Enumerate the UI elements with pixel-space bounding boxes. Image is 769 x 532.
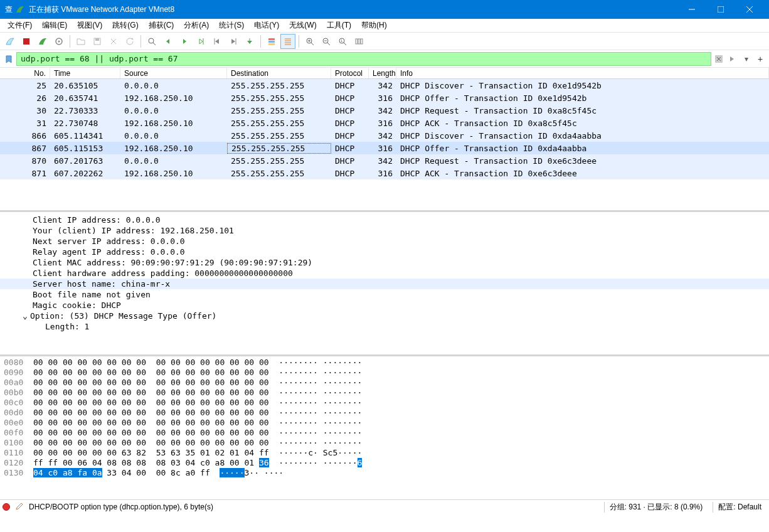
menu-无线[interactable]: 无线(W) [284,19,321,32]
svg-rect-35 [358,39,360,44]
table-row[interactable]: 871607.202262192.168.250.10255.255.255.2… [0,167,769,179]
svg-line-32 [344,43,346,45]
table-row[interactable]: 870607.2017630.0.0.0255.255.255.255DHCP3… [0,154,769,167]
svg-rect-8 [95,38,99,41]
filter-bookmark-button[interactable] [3,53,15,65]
col-no[interactable]: No. [0,68,50,78]
menu-电话[interactable]: 电话(Y) [249,19,284,32]
packet-bytes-pane[interactable]: 0080 00 00 00 00 00 00 00 00 00 00 00 00… [0,356,769,499]
zoom-in-button[interactable] [302,34,317,49]
close-button[interactable] [735,0,764,19]
minimize-button[interactable] [677,0,706,19]
menu-统计[interactable]: 统计(S) [214,19,249,32]
svg-line-12 [153,43,156,45]
col-len[interactable]: Length [369,68,396,78]
detail-line[interactable]: Length: 1 [0,321,769,332]
go-last-button[interactable] [226,34,241,49]
zoom-reset-button[interactable]: 1 [335,34,350,49]
table-row[interactable]: 2620.635741192.168.250.10255.255.255.255… [0,92,769,104]
filter-apply-button[interactable] [726,53,739,65]
shark-fin-icon [15,4,25,14]
detail-line[interactable]: Client hardware address padding: 0000000… [0,268,769,279]
hex-line[interactable]: 0080 00 00 00 00 00 00 00 00 00 00 00 00… [4,358,765,368]
zoom-out-button[interactable] [319,34,334,49]
reload-button[interactable] [122,34,137,49]
table-row[interactable]: 866605.1143410.0.0.0255.255.255.255DHCP3… [0,129,769,142]
hex-line[interactable]: 00f0 00 00 00 00 00 00 00 00 00 00 00 00… [4,428,765,438]
table-row[interactable]: 867605.115153192.168.250.10255.255.255.2… [0,142,769,154]
menu-编辑[interactable]: 编辑(E) [37,19,72,32]
filter-recent-button[interactable]: ▾ [740,53,753,65]
menubar: 文件(F)编辑(E)视图(V)跳转(G)捕获(C)分析(A)统计(S)电话(Y)… [0,19,769,33]
table-row[interactable]: 2520.6351050.0.0.0255.255.255.255DHCP342… [0,79,769,92]
col-time[interactable]: Time [50,68,120,78]
hex-line[interactable]: 0130 04 c0 a8 fa 0a 33 04 00 00 8c a0 ff… [4,468,765,478]
maximize-button[interactable] [706,0,735,19]
detail-line[interactable]: Your (client) IP address: 192.168.250.10… [0,225,769,236]
toolbar-sep [70,35,70,48]
open-file-button[interactable] [73,34,88,49]
hex-line[interactable]: 00d0 00 00 00 00 00 00 00 00 00 00 00 00… [4,408,765,418]
packet-details-pane[interactable]: Client IP address: 0.0.0.0Your (client) … [0,212,769,356]
svg-rect-18 [268,41,275,43]
titlebar: 查 正在捕获 VMware Network Adapter VMnet8 [0,0,769,19]
menu-捕获[interactable]: 捕获(C) [144,19,179,32]
close-file-button[interactable] [106,34,121,49]
status-profile[interactable]: 配置: Default [713,502,766,513]
hex-line[interactable]: 00e0 00 00 00 00 00 00 00 00 00 00 00 00… [4,418,765,428]
col-dest[interactable]: Destination [227,68,331,78]
find-packet-button[interactable] [144,34,159,49]
save-file-button[interactable] [90,34,105,49]
go-back-button[interactable] [161,34,176,49]
svg-point-6 [58,40,60,42]
detail-line[interactable]: Magic cookie: DHCP [0,300,769,311]
detail-line[interactable]: Next server IP address: 0.0.0.0 [0,236,769,247]
menu-帮助[interactable]: 帮助(H) [356,19,392,32]
table-row[interactable]: 3022.7303330.0.0.0255.255.255.255DHCP342… [0,104,769,117]
colorize-button[interactable] [264,34,279,49]
col-info[interactable]: Info [396,68,769,78]
hex-line[interactable]: 0120 ff ff 00 06 04 08 08 08 08 03 04 c0… [4,458,765,468]
packet-list-pane[interactable]: No. Time Source Destination Protocol Len… [0,68,769,212]
hex-line[interactable]: 00c0 00 00 00 00 00 00 00 00 00 00 00 00… [4,398,765,408]
auto-scroll-button[interactable] [242,34,257,49]
expert-indicator-icon[interactable] [3,503,10,511]
hex-line[interactable]: 00a0 00 00 00 00 00 00 00 00 00 00 00 00… [4,378,765,388]
go-forward-button[interactable] [177,34,192,49]
hex-line[interactable]: 0110 00 00 00 00 00 00 63 82 53 63 35 01… [4,448,765,458]
hex-line[interactable]: 0090 00 00 00 00 00 00 00 00 00 00 00 00… [4,368,765,378]
menu-跳转[interactable]: 跳转(G) [107,19,143,32]
auto-scroll-live-button[interactable] [280,34,295,49]
packet-list-header[interactable]: No. Time Source Destination Protocol Len… [0,68,769,79]
display-filter-input[interactable] [16,52,711,66]
capture-options-button[interactable] [51,34,66,49]
resize-columns-button[interactable] [351,34,366,49]
stop-capture-button[interactable] [19,34,34,49]
table-row[interactable]: 3122.730748192.168.250.10255.255.255.255… [0,117,769,129]
edit-icon[interactable] [15,502,24,513]
window-title: 正在捕获 VMware Network Adapter VMnet8 [29,4,677,15]
go-first-button[interactable] [209,34,225,49]
detail-line[interactable]: Client IP address: 0.0.0.0 [0,215,769,225]
detail-line[interactable]: Server host name: china-mr-x [0,279,769,289]
go-to-packet-button[interactable] [193,34,208,49]
detail-line[interactable]: ⌄Option: (53) DHCP Message Type (Offer) [0,311,769,321]
detail-line[interactable]: Client MAC address: 90:09:90:97:91:29 (9… [0,257,769,268]
menu-分析[interactable]: 分析(A) [179,19,214,32]
col-source[interactable]: Source [120,68,227,78]
start-capture-button[interactable] [3,34,18,49]
detail-line[interactable]: Boot file name not given [0,289,769,300]
col-proto[interactable]: Protocol [331,68,369,78]
hex-line[interactable]: 00b0 00 00 00 00 00 00 00 00 00 00 00 00… [4,388,765,398]
filter-add-button[interactable]: + [754,53,766,65]
menu-视图[interactable]: 视图(V) [72,19,107,32]
filter-clear-button[interactable] [713,53,725,65]
hex-line[interactable]: 0100 00 00 00 00 00 00 00 00 00 00 00 00… [4,438,765,448]
detail-line[interactable]: Relay agent IP address: 0.0.0.0 [0,247,769,257]
toolbar-sep [299,35,299,48]
restart-capture-button[interactable] [35,34,50,49]
menu-文件[interactable]: 文件(F) [3,19,37,32]
svg-rect-17 [268,38,275,40]
svg-rect-34 [356,39,358,44]
menu-工具[interactable]: 工具(T) [322,19,356,32]
